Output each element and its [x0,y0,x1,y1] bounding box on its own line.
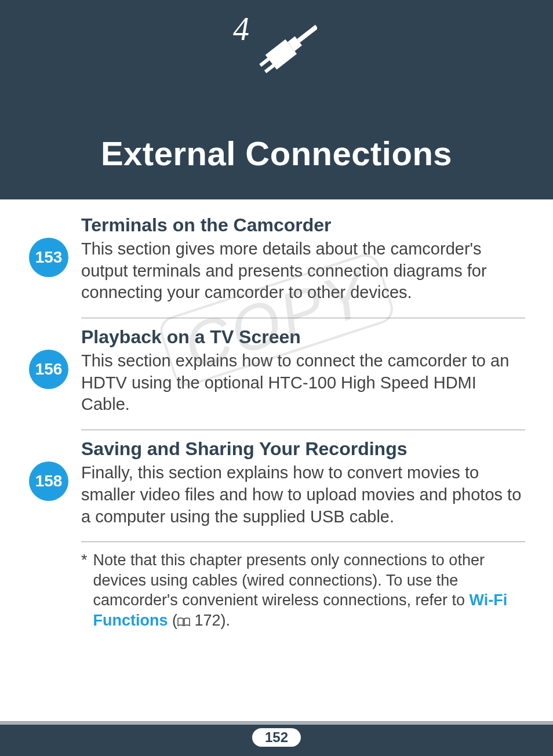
chapter-header: 4 External Connections [0,0,553,199]
svg-rect-1 [259,56,271,67]
content-area: 153 Terminals on the Camcorder This sect… [0,199,553,630]
page-badge[interactable]: 153 [29,238,68,277]
footnote-ref-open: ( [168,612,178,629]
toc-entry: 158 Saving and Sharing Your Recordings F… [28,438,525,533]
footnote-ref-page: 172). [190,612,230,629]
chapter-title: External Connections [0,134,553,173]
svg-rect-4 [297,25,317,43]
divider [81,318,525,318]
section-body: This section explains how to connect the… [81,350,525,416]
section-body: Finally, this section explains how to co… [81,462,525,528]
page-badge[interactable]: 158 [29,461,68,501]
book-icon [177,613,190,628]
section-title: Terminals on the Camcorder [81,215,525,236]
toc-entry: 153 Terminals on the Camcorder This sect… [28,215,525,310]
toc-entry: 156 Playback on a TV Screen This section… [28,326,525,421]
footnote-text: Note that this chapter presents only con… [93,550,525,630]
page-badge[interactable]: 156 [29,350,68,389]
page-number: 152 [252,728,301,747]
divider [81,541,525,542]
page-footer: 152 [0,715,553,756]
footnote-row: * Note that this chapter presents only c… [28,550,525,630]
section-title: Playback on a TV Screen [81,326,525,348]
divider [81,430,525,430]
footnote-asterisk: * [81,550,88,630]
svg-rect-2 [264,63,276,73]
section-title: Saving and Sharing Your Recordings [81,438,525,460]
cable-plug-icon [236,23,317,95]
footnote-before-link: Note that this chapter presents only con… [93,551,485,609]
section-body: This section gives more details about th… [81,238,525,304]
